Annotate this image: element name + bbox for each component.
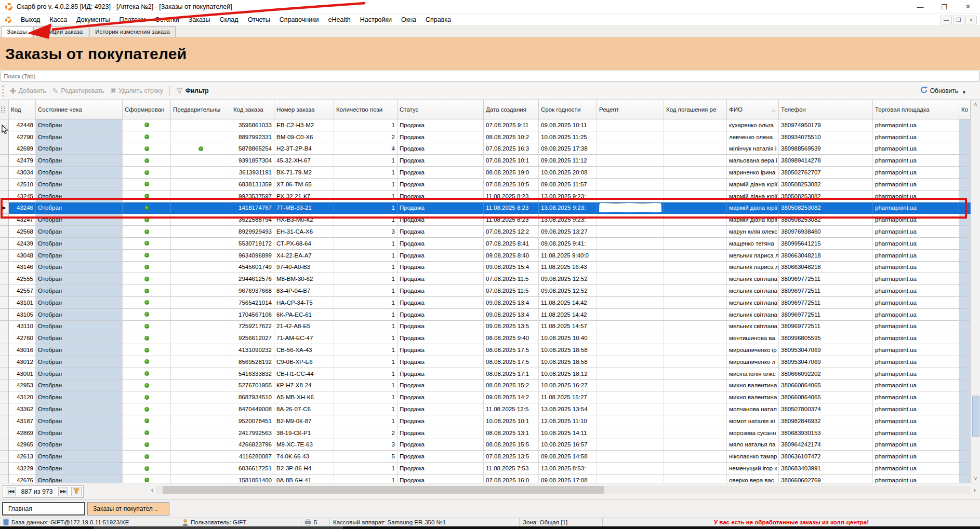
table-row[interactable]: ▶43246Отобран14181747677Т-МВ-33-211Прода… — [0, 202, 971, 214]
menu-item-заказы[interactable]: Заказы — [184, 16, 215, 23]
child-minimize-icon[interactable]: — — [941, 16, 952, 24]
horizontal-scrollbar[interactable]: ‹ › — [148, 485, 979, 494]
column-header-formed[interactable]: Сформирован — [123, 100, 171, 119]
scroll-down-icon[interactable]: ∨ — [971, 474, 980, 483]
delete-button[interactable]: ✖ Удалить строку — [110, 87, 163, 94]
refresh-caret-icon[interactable]: ▼ — [962, 90, 966, 95]
table-row[interactable]: 42510Отобран6838131359Х7-86-ТМ-651Продаж… — [0, 179, 971, 191]
edit-button[interactable]: ✎ Редактировать — [52, 87, 104, 95]
table-row[interactable]: 42439Отобран5530719172СТ-РХ-68-641Продаж… — [0, 238, 971, 250]
column-header-created[interactable]: Дата создания — [484, 100, 539, 119]
table-row[interactable]: 42555Отобран2944612576М8-ВМ-30-621Продаж… — [0, 273, 971, 285]
table-row[interactable]: 43048Отобран9634096899Х4-22-ЕА-А71Продаж… — [0, 250, 971, 262]
grid-header-row: КодСостояние чекаСформированПредваритель… — [0, 100, 971, 119]
menu-item-остатки[interactable]: Остатки — [150, 16, 183, 23]
column-header-recipe[interactable]: Рецепт — [597, 100, 664, 119]
scroll-right-icon[interactable]: › — [971, 486, 979, 494]
tab-2[interactable]: Позиции заказа — [33, 26, 88, 37]
column-header-positions[interactable]: Количество пози — [334, 100, 398, 119]
cell-created: 07.08.2025 10:5 — [484, 179, 539, 191]
table-row[interactable]: 42479Отобран939185730445-32-ХН-671Продаж… — [0, 155, 971, 167]
column-header-full_name[interactable]: ФИО△ — [727, 100, 779, 119]
vertical-scroll-thumb[interactable] — [972, 396, 979, 437]
table-row[interactable]: 43229Отобран6036617251В2-3Р-86-Н41Продаж… — [0, 463, 971, 474]
table-row[interactable]: 43101Отобран7565421014НА-СР-34-Т51Продаж… — [0, 297, 971, 309]
table-row[interactable]: 42965Отобран4266823796М9-ХС-7Е-633Продаж… — [0, 439, 971, 451]
column-header-redeem_code[interactable]: Код погашения ре — [664, 100, 727, 119]
menu-item-отчеты[interactable]: Отчеты — [243, 16, 275, 23]
cell-code: 42790 — [9, 131, 36, 143]
table-row[interactable]: 43187Отобран9520078451В2-М9-0К-871Продаж… — [0, 415, 971, 427]
column-header-preliminary[interactable]: Предварительны — [171, 100, 231, 119]
column-header-platform[interactable]: Торговая площадка — [873, 100, 959, 119]
table-row[interactable]: 43034Отобран3613931191ВХ-71-79-М21Продаж… — [0, 167, 971, 179]
horizontal-scroll-thumb[interactable] — [163, 486, 604, 494]
table-row[interactable]: 42869Отобран241799256338-19-СК-Р12Продаж… — [0, 427, 971, 439]
footer-tab-orders[interactable]: Заказы от покупател .. — [87, 502, 169, 516]
child-restore-icon[interactable]: ❐ — [953, 16, 964, 24]
table-row[interactable]: 43110Отобран725921762221-42-А8-Е51Продаж… — [0, 321, 971, 333]
table-row[interactable]: 42676Отобран15818514000А-8В-6Н-411Продаж… — [0, 474, 971, 483]
tab-1[interactable]: Заказы — [1, 26, 32, 37]
table-row[interactable]: 43247Отобран3522588794НХ-В3-М0-К21Продаж… — [0, 214, 971, 226]
menu-item-выход[interactable]: Выход — [16, 16, 45, 23]
table-row[interactable]: 42689Отобран5878865254Н2-3Т-2Р-В44Продаж… — [0, 143, 971, 155]
table-row[interactable]: 42557Отобран967693766883-4Р-04-В71Продаж… — [0, 285, 971, 297]
restore-icon[interactable]: ❐ — [932, 0, 956, 13]
column-header-code[interactable]: Код — [9, 100, 36, 119]
last-record-button[interactable]: ▶▶| — [58, 487, 68, 496]
menu-item-ehealth[interactable]: eHealth — [324, 16, 355, 23]
cell-ko — [959, 321, 971, 333]
table-row[interactable]: 42448Отобран3595861033ЕВ-С2-Н3-М21Продаж… — [0, 119, 971, 131]
table-row[interactable]: 42760Отобран925661202771-АМ-ЕС-471Продаж… — [0, 332, 971, 344]
table-row[interactable]: 43105Отобран17045671066К-РА-ЕС-611Продаж… — [0, 309, 971, 321]
bottom-strip — [0, 526, 980, 529]
cell-positions: 1 — [334, 309, 398, 321]
menu-item-настройки[interactable]: Настройки — [355, 16, 396, 23]
column-header-expires[interactable]: Срок годности — [539, 100, 597, 119]
menu-item-документы[interactable]: Документы — [72, 16, 114, 23]
cell-created: 07.08.2025 16:3 — [484, 143, 539, 155]
table-row[interactable]: 43245Отобран9923537597РХ-32-21-К71Продаж… — [0, 191, 971, 202]
column-header-order_number[interactable]: Номер заказа — [274, 100, 334, 119]
menu-item-справка[interactable]: Справка — [421, 16, 456, 23]
refresh-button[interactable]: Обновить ▼ — [920, 86, 966, 95]
search-input[interactable] — [1, 71, 979, 82]
table-row[interactable]: 42953Отобран5276701955КР-Н7-Х8-241Продаж… — [0, 380, 971, 392]
table-row[interactable]: 43146Отобран454560174997-40-А0-В31Продаж… — [0, 262, 971, 274]
first-record-button[interactable]: |◀◀ — [6, 487, 16, 496]
table-row[interactable]: 43012Отобран8569528192С9-0В-ХР-Е61Продаж… — [0, 356, 971, 368]
table-row[interactable]: 43120Отобран8687934510А5-МВ-ХН-К61Продаж… — [0, 391, 971, 403]
child-close-icon[interactable]: × — [965, 16, 977, 24]
column-header-order_code[interactable]: Код заказа — [231, 100, 274, 119]
recipe-edit-cell[interactable] — [599, 203, 661, 212]
menu-item-окна[interactable]: Окна — [396, 16, 421, 23]
tab-3[interactable]: История изменения заказа — [89, 26, 176, 37]
horizontal-scroll-track[interactable] — [156, 486, 971, 494]
minimize-icon[interactable]: — — [908, 0, 932, 13]
column-header-status[interactable]: Статус — [398, 100, 484, 119]
cell-recipe — [597, 179, 664, 191]
table-row[interactable]: 43362Отобран84704490088А-26-07-С61Продаж… — [0, 403, 971, 415]
footer-tab-home[interactable]: Главная — [2, 502, 85, 516]
menu-item-справочники[interactable]: Справочники — [275, 16, 324, 23]
close-icon[interactable]: × — [956, 0, 980, 13]
scroll-left-icon[interactable]: ‹ — [148, 486, 156, 494]
scroll-up-icon[interactable]: ∧ — [971, 100, 980, 108]
column-header-phone[interactable]: Телефон — [779, 100, 873, 119]
vertical-scrollbar[interactable]: ∧ ∨ — [971, 100, 980, 483]
add-button[interactable]: ✚ Добавить — [10, 87, 46, 95]
cell-formed — [123, 273, 171, 285]
table-row[interactable]: 43016Отобран4131090232СВ-56-ХА-431Продаж… — [0, 344, 971, 356]
table-row[interactable]: 42568Отобран8929929493ЕН-31-СА-Х63Продаж… — [0, 226, 971, 238]
menu-item-платежи[interactable]: Платежи — [115, 16, 151, 23]
column-header-check_state[interactable]: Состояние чека — [36, 100, 123, 119]
table-row[interactable]: 42613Отобран411628008774-0К-66-435Продаж… — [0, 451, 971, 463]
menu-item-касса[interactable]: Касса — [45, 16, 72, 23]
nav-filter-button[interactable] — [71, 487, 82, 496]
filter-button[interactable]: Фильтр — [176, 87, 209, 94]
table-row[interactable]: 42790Отобран8897992331ВМ-09-С0-Х62Продаж… — [0, 131, 971, 143]
menu-item-склад[interactable]: Склад — [215, 16, 243, 23]
column-header-ko[interactable]: Ко — [959, 100, 971, 119]
table-row[interactable]: 43001Отобран5416333832СВ-Н1-СС-441Продаж… — [0, 368, 971, 380]
